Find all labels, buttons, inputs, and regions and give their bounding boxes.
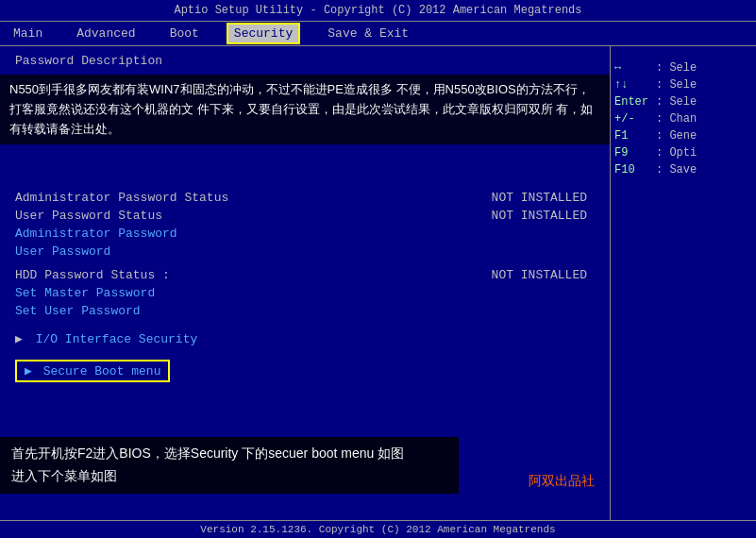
user-password-status-label: User Password Status — [15, 209, 162, 223]
title-bar: Aptio Setup Utility - Copyright (C) 2012… — [0, 0, 756, 22]
admin-password-status-label: Administrator Password Status — [15, 191, 228, 205]
help-desc-4: : Gene — [656, 129, 697, 143]
menu-advanced[interactable]: Advanced — [71, 25, 141, 42]
footer-text: Version 2.15.1236. Copyright (C) 2012 Am… — [200, 524, 555, 535]
help-key-4: F1 — [614, 129, 652, 143]
help-row-2: Enter : Sele — [614, 95, 752, 109]
help-key-1: ↑↓ — [614, 78, 652, 92]
hdd-password-row: HDD Password Status : NOT INSTALLED — [15, 268, 595, 282]
bios-rows: Administrator Password Status NOT INSTAL… — [15, 191, 595, 382]
menu-bar: Main Advanced Boot Security Save & Exit — [0, 22, 756, 46]
secure-boot-box: ▶ Secure Boot menu — [15, 360, 170, 382]
main-content: Password Description N550到手很多网友都有装WIN7和固… — [0, 46, 756, 520]
user-password-link[interactable]: User Password — [15, 244, 595, 259]
hdd-password-label: HDD Password Status : — [15, 268, 170, 282]
hdd-password-value: NOT INSTALLED — [492, 268, 587, 282]
help-desc-5: : Opti — [656, 146, 697, 160]
admin-password-status-row: Administrator Password Status NOT INSTAL… — [15, 191, 595, 205]
secure-boot-section: ▶ Secure Boot menu — [15, 360, 595, 382]
chinese-annotation: N550到手很多网友都有装WIN7和固态的冲动，不过不能进PE造成很多 不便，用… — [0, 75, 610, 144]
left-panel: Password Description N550到手很多网友都有装WIN7和固… — [0, 46, 610, 520]
menu-save-exit[interactable]: Save & Exit — [322, 25, 414, 42]
menu-main[interactable]: Main — [8, 25, 48, 42]
set-master-password-link[interactable]: Set Master Password — [15, 286, 595, 300]
help-row-3: +/- : Chan — [614, 112, 752, 126]
help-row-4: F1 : Gene — [614, 129, 752, 143]
user-password-status-value: NOT INSTALLED — [492, 209, 587, 223]
help-row-0: ↔ : Sele — [614, 61, 752, 75]
user-password-status-row: User Password Status NOT INSTALLED — [15, 209, 595, 223]
help-key-0: ↔ — [614, 61, 652, 75]
footer: Version 2.15.1236. Copyright (C) 2012 Am… — [0, 520, 756, 538]
bottom-annotation: 首先开机按F2进入BIOS，选择Security 下的secuer boot m… — [0, 437, 459, 494]
help-row-1: ↑↓ : Sele — [614, 78, 752, 92]
io-arrow: ▶ — [15, 332, 23, 346]
title-text: Aptio Setup Utility - Copyright (C) 2012… — [0, 4, 756, 17]
io-section: ▶ I/O Interface Security — [15, 331, 595, 346]
set-user-password-link[interactable]: Set User Password — [15, 304, 595, 318]
io-interface-security-link[interactable]: I/O Interface Security — [36, 332, 198, 346]
admin-password-status-value: NOT INSTALLED — [492, 191, 587, 205]
help-desc-0: : Sele — [656, 61, 697, 75]
help-row-5: F9 : Opti — [614, 146, 752, 160]
section-title: Password Description — [15, 54, 595, 68]
secure-boot-menu-link[interactable]: Secure Boot menu — [43, 364, 161, 378]
admin-password-link[interactable]: Administrator Password — [15, 227, 595, 241]
help-key-2: Enter — [614, 95, 652, 109]
help-key-3: +/- — [614, 112, 652, 126]
menu-security[interactable]: Security — [227, 24, 299, 43]
bios-screen: Aptio Setup Utility - Copyright (C) 2012… — [0, 0, 756, 538]
watermark: 阿双出品社 — [529, 473, 595, 490]
secure-boot-arrow-icon: ▶ — [25, 364, 32, 378]
help-desc-6: : Save — [656, 163, 697, 177]
help-key-6: F10 — [614, 163, 652, 177]
help-key-5: F9 — [614, 146, 652, 160]
menu-boot[interactable]: Boot — [164, 25, 205, 42]
help-rows: ↔ : Sele ↑↓ : Sele Enter : Sele +/- : Ch… — [614, 61, 752, 177]
bottom-line1: 首先开机按F2进入BIOS，选择Security 下的secuer boot m… — [11, 443, 447, 465]
help-desc-1: : Sele — [656, 78, 697, 92]
help-desc-3: : Chan — [656, 112, 697, 126]
bottom-line2: 进入下个菜单如图 — [11, 465, 447, 488]
hdd-section: HDD Password Status : NOT INSTALLED Set … — [15, 268, 595, 318]
right-panel: ↔ : Sele ↑↓ : Sele Enter : Sele +/- : Ch… — [610, 46, 756, 520]
help-desc-2: : Sele — [656, 95, 697, 109]
help-row-6: F10 : Save — [614, 163, 752, 177]
